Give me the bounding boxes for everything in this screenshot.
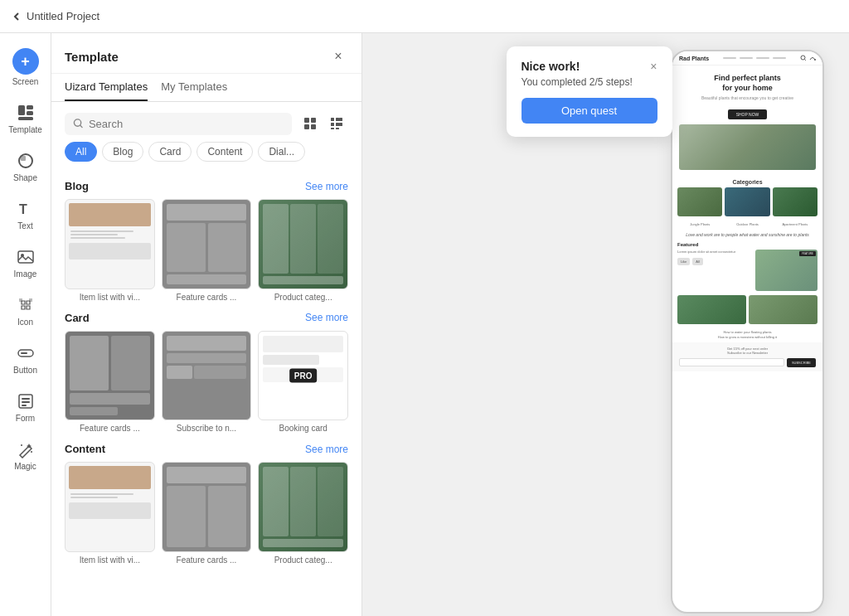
template-name: Feature cards ... <box>162 293 252 302</box>
template-thumb <box>65 199 155 289</box>
template-name: Booking card <box>258 424 348 433</box>
content-see-more[interactable]: See more <box>305 444 348 455</box>
section-blog-header: Blog See more <box>65 180 348 192</box>
sidebar-item-icon[interactable]: Icon <box>3 289 48 333</box>
blog-see-more[interactable]: See more <box>305 181 348 192</box>
template-thumb <box>162 462 252 552</box>
section-card-header: Card See more <box>65 312 348 324</box>
phone-cat-label-1: Jungle Plants <box>677 222 722 226</box>
button-icon <box>16 343 36 363</box>
phone-blog-text: How to water your floating plantsHow to … <box>672 328 822 342</box>
template-card[interactable]: Feature cards ... <box>65 331 155 434</box>
phone-blog-image-2 <box>749 295 817 324</box>
phone-hero-sub: Beautiful plants that encourage you to g… <box>679 95 816 100</box>
sidebar-item-button[interactable]: Button <box>3 337 48 381</box>
notif-message: You completed 2/5 steps! <box>522 76 657 88</box>
template-card[interactable]: Item list with vi... <box>65 199 155 302</box>
phone-blog-image-1 <box>677 295 746 324</box>
phone-newsletter: Get 15% off your next orderSubscribe to … <box>672 342 822 371</box>
sidebar-item-shape-label: Shape <box>13 173 37 182</box>
template-card[interactable]: Product categ... <box>258 199 348 302</box>
svg-rect-28 <box>331 128 334 129</box>
phone-icons <box>800 55 816 61</box>
phone-hero: Find perfect plantsfor your home Beautif… <box>672 65 822 175</box>
svg-rect-1 <box>27 105 33 109</box>
sidebar-item-image[interactable]: Image <box>3 240 48 285</box>
open-quest-button[interactable]: Open quest <box>522 98 657 124</box>
panel-title: Template <box>65 50 119 64</box>
phone-featured-row: Lorem ipsum dolor sit amet consectetur L… <box>677 250 817 291</box>
phone-featured-btn: All <box>692 258 702 265</box>
svg-rect-19 <box>311 118 316 123</box>
phone-mockup: Rad Plants Find perfect plantsfor your h <box>671 50 824 614</box>
list-view-button[interactable] <box>325 112 348 135</box>
search-input[interactable] <box>89 118 284 130</box>
template-card[interactable]: Item list with vi... <box>65 462 155 565</box>
template-card[interactable]: Product categ... <box>258 462 348 565</box>
template-thumb <box>258 462 348 552</box>
section-blog-title: Blog <box>65 180 89 192</box>
sidebar-item-image-label: Image <box>14 269 37 279</box>
tab-my-templates[interactable]: My Templates <box>161 80 227 101</box>
tab-uizard-templates[interactable]: Uizard Templates <box>65 80 148 101</box>
template-name: Item list with vi... <box>65 293 155 302</box>
sidebar-item-template[interactable]: Template <box>3 96 48 141</box>
svg-text:T: T <box>19 202 27 216</box>
filter-all[interactable]: All <box>65 142 97 162</box>
text-icon: T <box>16 199 36 219</box>
filter-card[interactable]: Card <box>148 142 192 162</box>
sidebar-item-button-label: Button <box>13 366 37 375</box>
svg-point-30 <box>801 56 805 60</box>
svg-rect-20 <box>304 124 309 129</box>
search-box[interactable] <box>65 113 292 135</box>
svg-rect-5 <box>21 156 26 161</box>
phone-newsletter-text: Get 15% off your next orderSubscribe to … <box>679 347 816 355</box>
form-icon <box>16 391 36 411</box>
template-thumb: PRO <box>258 331 348 421</box>
notif-title: Nice work! <box>522 60 580 73</box>
sidebar-item-screen[interactable]: + Screen <box>3 41 48 93</box>
magic-icon <box>16 439 36 459</box>
template-card[interactable]: PRO Booking card <box>258 331 348 434</box>
main-layout: + Screen Template Shap <box>0 33 849 616</box>
sidebar-item-shape[interactable]: Shape <box>3 144 48 189</box>
svg-point-15 <box>21 444 22 446</box>
phone-newsletter-input <box>679 358 784 366</box>
phone-cat-image-1 <box>677 187 722 216</box>
template-card[interactable]: Feature cards ... <box>162 462 252 565</box>
template-card[interactable]: Feature cards ... <box>162 199 252 302</box>
sidebar-item-text-label: Text <box>17 221 32 230</box>
sidebar-item-icon-label: Icon <box>17 318 33 327</box>
phone-featured-text: Lorem ipsum dolor sit amet consectetur <box>677 250 753 254</box>
sidebar-item-template-label: Template <box>8 125 42 134</box>
svg-rect-0 <box>18 105 25 115</box>
grid-view-button[interactable] <box>298 112 322 135</box>
phone-featured: Featured Lorem ipsum dolor sit amet cons… <box>672 242 822 295</box>
phone-hero-image <box>679 124 816 170</box>
filter-dialog[interactable]: Dial... <box>258 142 305 162</box>
card-template-grid: Feature cards ... Subscribe to <box>65 331 348 434</box>
back-button[interactable]: Untitled Project <box>10 10 99 23</box>
sidebar-item-magic[interactable]: Magic <box>3 433 48 478</box>
template-name: Product categ... <box>258 555 348 565</box>
phone-cat-image-2 <box>725 187 769 216</box>
svg-rect-23 <box>336 118 339 121</box>
sidebar-item-form[interactable]: Form <box>3 385 48 429</box>
template-card[interactable]: Subscribe to n... <box>162 331 252 434</box>
notif-close-button[interactable]: × <box>650 60 657 73</box>
phone-categories-title: Categories <box>672 175 822 187</box>
phone-nav <box>723 57 786 59</box>
sidebar-item-magic-label: Magic <box>14 462 36 471</box>
template-thumb <box>65 331 155 421</box>
image-icon <box>16 247 36 267</box>
card-see-more[interactable]: See more <box>305 312 348 323</box>
phone-hero-title: Find perfect plantsfor your home <box>679 74 816 93</box>
top-bar: Untitled Project <box>0 0 849 33</box>
section-card-title: Card <box>65 312 90 324</box>
panel-header: Template × <box>51 33 361 74</box>
filter-content[interactable]: Content <box>196 142 253 162</box>
panel-close-button[interactable]: × <box>328 46 348 66</box>
phone-cat-labels: Jungle Plants Outdoor Plants Apartment P… <box>672 221 822 230</box>
filter-blog[interactable]: Blog <box>102 142 143 162</box>
sidebar-item-text[interactable]: T Text <box>3 192 48 237</box>
